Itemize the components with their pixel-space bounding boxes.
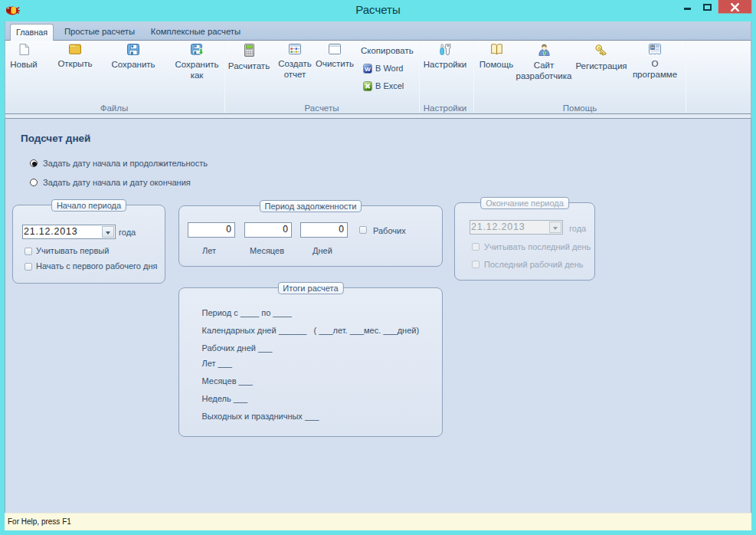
svg-text:W: W: [365, 66, 371, 73]
